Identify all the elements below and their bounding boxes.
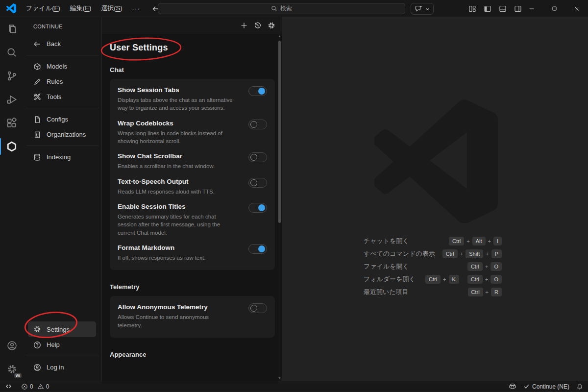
customize-layout-icon[interactable] [467, 4, 477, 14]
toggle-wrap-codeblocks[interactable] [248, 120, 267, 129]
plus-separator: + [443, 276, 446, 282]
activity-item-run-and-debug[interactable] [0, 88, 24, 111]
toggle-format-markdown[interactable] [248, 244, 267, 254]
toggle-knob [250, 305, 257, 312]
scroll-down-icon[interactable]: ▼ [278, 376, 281, 380]
warning-icon [37, 383, 44, 390]
gear-icon[interactable] [267, 22, 275, 30]
continue-status[interactable]: Continue (NE) [523, 383, 569, 390]
remote-indicator[interactable] [5, 383, 12, 390]
menu-more[interactable]: ··· [127, 3, 145, 14]
panel-scrollbar[interactable]: ▲ ▼ [278, 36, 281, 379]
activity-item-manage[interactable]: WI [0, 357, 24, 381]
sidebar-item-indexing[interactable]: Indexing [24, 149, 101, 165]
menu-item[interactable]: ファイル(F) [21, 2, 65, 15]
minimize-button[interactable] [520, 0, 543, 17]
key-badge: Ctrl [468, 288, 483, 296]
key-badge: P [491, 249, 502, 258]
shortcut-row: すべてのコマンドの表示Ctrl+Shift+P [364, 247, 502, 260]
toggle-text-to-speech-output[interactable] [248, 178, 267, 188]
sidebar-item-label: Configs [47, 116, 68, 123]
sidebar-item-back[interactable]: Back [24, 36, 101, 51]
shortcut-keys: Ctrl+R [468, 288, 502, 296]
shortcut-label: チャットを開く [364, 237, 409, 245]
key-badge: Ctrl [425, 275, 441, 283]
plus-separator: + [460, 251, 463, 257]
continue-sidebar: CONTINUE Back ModelsRulesToolsConfigsOrg… [24, 17, 102, 381]
toggle-show-session-tabs[interactable] [248, 86, 267, 96]
command-center-search[interactable]: 検索 [158, 3, 405, 14]
back-label: Back [47, 40, 61, 48]
sidebar-item-label: Log in [47, 364, 64, 371]
copilot-menu-button[interactable] [411, 3, 434, 15]
sidebar-item-label: Tools [47, 93, 61, 100]
sidebar-item-label: Rules [47, 78, 63, 85]
section-title-telemetry: Telemetry [110, 283, 275, 291]
arrow-left-icon [33, 40, 41, 48]
toggle-show-chat-scrollbar[interactable] [248, 152, 267, 162]
shortcut-keys: Ctrl+Alt+I [449, 237, 502, 245]
toggle-panel-icon[interactable] [498, 4, 508, 14]
setting-show-session-tabs: Show Session TabsDisplays tabs above the… [118, 86, 267, 112]
sidebar-item-log-in[interactable]: Log in [24, 360, 101, 375]
sidebar-item-organizations[interactable]: Organizations [24, 127, 101, 142]
maximize-button[interactable] [543, 0, 565, 17]
sidebar-title: CONTINUE [24, 17, 101, 31]
key-badge: K [449, 275, 459, 283]
source-control-icon [6, 71, 17, 81]
history-button[interactable] [253, 22, 262, 30]
toggle-allow-anonymous-telemetry[interactable] [248, 303, 267, 313]
activity-item-search[interactable] [0, 41, 24, 64]
vscode-watermark-icon [374, 99, 498, 223]
sidebar-item-models[interactable]: Models [24, 59, 101, 74]
divider [26, 55, 98, 55]
warning-count: 0 [46, 383, 49, 390]
setting-text-to-speech-output: Text-to-Speech OutputReads LLM responses… [118, 178, 267, 196]
sidebar-item-tools[interactable]: Tools [24, 89, 101, 104]
toggle-enable-session-titles[interactable] [248, 203, 267, 213]
activity-item-explorer[interactable] [0, 17, 24, 41]
toggle-primary-sidebar-icon[interactable] [483, 4, 492, 14]
setting-label: Text-to-Speech Output [118, 178, 243, 185]
sidebar-item-label: Organizations [47, 131, 86, 138]
setting-description: If off, shows responses as raw text. [118, 254, 234, 262]
close-button[interactable] [565, 0, 588, 17]
toggle-knob [250, 154, 257, 161]
problems-indicator[interactable]: 0 0 [21, 383, 49, 390]
sidebar-item-rules[interactable]: Rules [24, 74, 101, 89]
sidebar-item-label: Help [47, 341, 60, 348]
scrollbar-thumb[interactable] [278, 41, 281, 223]
activity-item-continue[interactable] [0, 135, 24, 158]
setting-label: Format Markdown [118, 244, 243, 251]
sidebar-item-help[interactable]: Help [24, 337, 101, 352]
key-badge: Ctrl [467, 262, 483, 270]
toggle-knob [258, 245, 265, 252]
activity-item-extensions[interactable] [0, 111, 24, 135]
menu-item[interactable]: 編集(E) [65, 2, 96, 15]
title-bar: ファイル(F)編集(E)選択(S) ··· 検索 [0, 0, 588, 17]
error-count: 0 [30, 383, 33, 390]
settings-card-chat: Show Session TabsDisplays tabs above the… [110, 79, 275, 270]
search-icon [6, 47, 17, 58]
settings-card-telemetry: Allow Anonymous TelemetryAllows Continue… [110, 296, 275, 338]
notifications-bell[interactable] [576, 383, 583, 390]
divider [26, 108, 98, 108]
cube-icon [33, 63, 41, 71]
sidebar-item-settings[interactable]: Settings [28, 321, 96, 337]
scroll-up-icon[interactable]: ▲ [278, 34, 281, 38]
activity-item-accounts[interactable] [0, 334, 24, 357]
new-session-button[interactable] [240, 22, 248, 30]
menu-item[interactable]: 選択(S) [96, 2, 127, 15]
menu-bar: ファイル(F)編集(E)選択(S) [21, 2, 127, 15]
key-badge: O [490, 275, 502, 283]
plus-separator: + [485, 276, 488, 282]
sidebar-item-configs[interactable]: Configs [24, 112, 101, 127]
activity-item-source-control[interactable] [0, 64, 24, 88]
shortcut-row: 最近開いた項目Ctrl+R [364, 286, 502, 298]
plus-separator: + [466, 238, 469, 244]
plus-separator: + [485, 264, 488, 270]
database-icon [33, 153, 41, 161]
key-badge: Ctrl [467, 275, 483, 283]
copilot-status[interactable] [509, 383, 516, 391]
key-badge: Alt [472, 237, 486, 245]
